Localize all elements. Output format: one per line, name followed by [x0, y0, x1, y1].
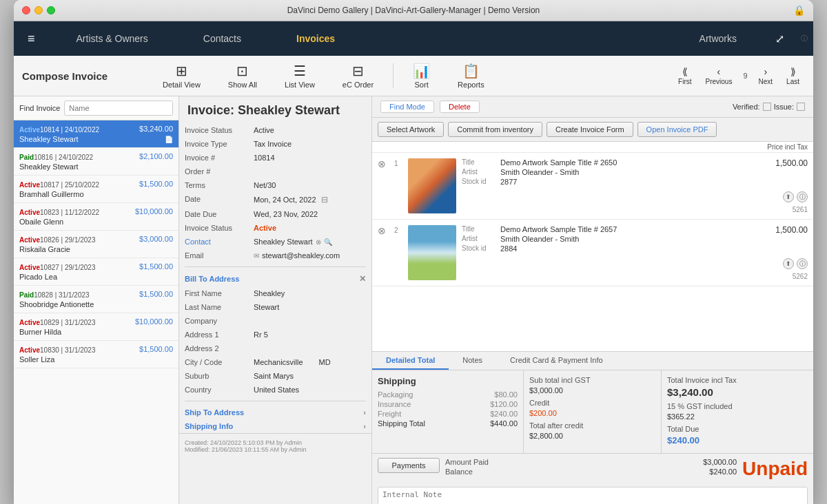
artwork-stock-1: 2877	[500, 178, 517, 186]
credit-label: Credit	[529, 399, 549, 407]
list-view-button[interactable]: ☰ List View	[274, 60, 326, 92]
invoice-item[interactable]: Active10823 | 11/12/2022Obaile Glenn$10,…	[14, 203, 178, 231]
lock-icon: 🔒	[793, 5, 805, 16]
nav-artists[interactable]: Artists & Owners	[49, 21, 176, 56]
ec-order-icon: ⊟	[352, 63, 364, 79]
find-mode-button[interactable]: Find Mode	[380, 101, 434, 113]
invoice-order-row: Order #	[179, 165, 371, 178]
shipping-header: Shipping	[378, 376, 518, 386]
sub-total-value: $3,000.00	[529, 386, 563, 395]
artwork-info-1-icon[interactable]: ⓘ	[797, 191, 808, 202]
tab-detailed-total[interactable]: Detailed Total	[372, 352, 449, 370]
issue-label: Issue:	[774, 103, 794, 111]
find-invoice-label: Find Invoice	[19, 104, 60, 112]
open-invoice-pdf-button[interactable]: Open Invoice PDF	[637, 122, 717, 137]
contact-clear-icon[interactable]: ⊗	[316, 238, 321, 246]
tab-credit-card[interactable]: Credit Card & Payment Info	[496, 352, 617, 370]
artwork-stock-num-2: 5262	[793, 273, 808, 280]
invoice-date-row: Date Mon, 24 Oct, 2022 ⊟	[179, 192, 371, 207]
invoice-item[interactable]: Active10830 | 31/1/2023Soller Liza$1,500…	[14, 341, 178, 368]
show-all-button[interactable]: ⊡ Show All	[217, 60, 268, 92]
artwork-delete-1-icon[interactable]: ⊗	[378, 158, 389, 169]
insurance-label: Insurance	[378, 400, 411, 408]
find-invoice-input[interactable]	[64, 101, 173, 116]
invoice-item[interactable]: Active10814 | 24/10/2022Sheakley Stewart…	[14, 120, 178, 148]
expand-icon[interactable]: ⤢	[764, 32, 795, 45]
internal-note-field[interactable]	[378, 487, 808, 504]
balance-value: $240.00	[709, 468, 737, 476]
artwork-artist-2: Smith Oleander - Smith	[500, 235, 579, 243]
ec-order-button[interactable]: ⊟ eC Order	[331, 60, 385, 92]
toolbar-separator	[393, 63, 394, 88]
nav-artworks[interactable]: Artworks	[672, 21, 764, 56]
artwork-info-2-icon[interactable]: ⓘ	[797, 258, 808, 269]
menu-button[interactable]: ≡	[14, 32, 49, 46]
invoice-inv-status-row: Invoice Status Active	[179, 221, 371, 235]
artwork-num-2: 2	[394, 225, 402, 234]
minimize-button[interactable]	[34, 6, 43, 14]
delete-button[interactable]: Delete	[440, 101, 480, 113]
commit-inventory-button[interactable]: Commit from inventory	[448, 122, 542, 137]
artwork-num-1: 1	[394, 158, 402, 167]
invoice-item[interactable]: Active10817 | 25/10/2022Bramhall Guiller…	[14, 176, 178, 203]
contact-search-icon[interactable]: 🔍	[324, 238, 332, 246]
detail-view-button[interactable]: ⊞ Detail View	[152, 60, 212, 92]
invoice-title: Invoice: Sheakley Stewart	[179, 96, 371, 123]
artwork-price-2: 1,500.00	[775, 225, 808, 235]
artwork-thumb-2	[408, 225, 456, 280]
nav-contacts[interactable]: Contacts	[176, 21, 269, 56]
company-row: Company	[179, 314, 371, 328]
invoice-terms-row: Terms Net/30	[179, 178, 371, 192]
country-row: Country United States	[179, 383, 371, 397]
next-button[interactable]: › Next	[753, 63, 779, 88]
unpaid-status: Unpaid	[742, 458, 808, 480]
issue-checkbox[interactable]	[797, 103, 805, 111]
artwork-nav-2-icon[interactable]: ⬆	[783, 258, 794, 269]
previous-button[interactable]: ‹ Previous	[700, 63, 738, 88]
invoice-number-row: Invoice # 10814	[179, 151, 371, 165]
create-invoice-form-button[interactable]: Create Invoice Form	[547, 122, 633, 137]
artwork-price-1: 1,500.00	[775, 158, 808, 168]
packaging-value: $80.00	[494, 390, 518, 399]
artwork-delete-2-icon[interactable]: ⊗	[378, 225, 389, 236]
address2-row: Address 2	[179, 342, 371, 355]
artwork-stock-num-1: 5261	[793, 206, 808, 213]
first-name-row: First Name Sheakley	[179, 286, 371, 300]
nav-invoices[interactable]: Invoices	[269, 21, 363, 56]
payments-button[interactable]: Payments	[378, 458, 440, 473]
sort-button[interactable]: 📊 Sort	[402, 60, 441, 92]
invoice-item[interactable]: Active10826 | 29/1/2023Riskaila Gracie$3…	[14, 231, 178, 258]
calendar-icon[interactable]: ⊟	[321, 195, 328, 204]
artwork-item-2: ⊗ 2 Title Demo Artwork Sample Title # 26…	[372, 220, 813, 286]
invoice-type-row: Invoice Type Tax Invoice	[179, 137, 371, 151]
first-button[interactable]: ⟪ First	[673, 63, 697, 88]
info-icon: ⓘ	[795, 34, 813, 43]
fullscreen-button[interactable]	[47, 6, 55, 14]
bill-to-close-icon[interactable]: ✕	[359, 274, 366, 284]
invoice-item[interactable]: Paid10828 | 31/1/2023Shoobridge Antionet…	[14, 286, 178, 313]
balance-label: Balance	[445, 468, 473, 476]
verified-checkbox[interactable]	[763, 103, 771, 111]
artwork-artist-1: Smith Oleander - Smith	[500, 168, 579, 176]
invoice-list: Active10814 | 24/10/2022Sheakley Stewart…	[14, 120, 178, 504]
invoice-item[interactable]: Active10827 | 29/1/2023Picado Lea$1,500.…	[14, 258, 178, 286]
close-button[interactable]	[22, 6, 30, 14]
tab-notes[interactable]: Notes	[449, 352, 496, 370]
total-after-credit-label: Total after credit	[529, 421, 583, 430]
invoice-item[interactable]: Paid10816 | 24/10/2022Sheakley Stewart$2…	[14, 148, 178, 176]
list-view-icon: ☰	[294, 63, 306, 79]
shipping-info-section[interactable]: Shipping Info ›	[179, 419, 371, 433]
address1-row: Address 1 Rr 5	[179, 328, 371, 342]
last-button[interactable]: ⟫ Last	[781, 63, 805, 88]
ship-to-section[interactable]: Ship To Address ›	[179, 406, 371, 419]
artwork-list: Price incl Tax ⊗ 1 Title Demo Artwork Sa…	[372, 142, 813, 352]
invoice-item[interactable]: Active10829 | 31/1/2023Burner Hilda$10,0…	[14, 313, 178, 341]
reports-button[interactable]: 📋 Reports	[447, 60, 496, 92]
artwork-nav-1-icon[interactable]: ⬆	[783, 191, 794, 202]
artwork-title-1: Demo Artwork Sample Title # 2650	[500, 158, 617, 167]
shipping-info-arrow-icon: ›	[363, 422, 366, 430]
sub-total-label: Sub total incl GST	[529, 376, 591, 384]
select-artwork-button[interactable]: Select Artwork	[378, 122, 444, 137]
artwork-thumb-1	[408, 158, 456, 213]
bill-to-section[interactable]: Bill To Address ✕	[179, 271, 371, 286]
